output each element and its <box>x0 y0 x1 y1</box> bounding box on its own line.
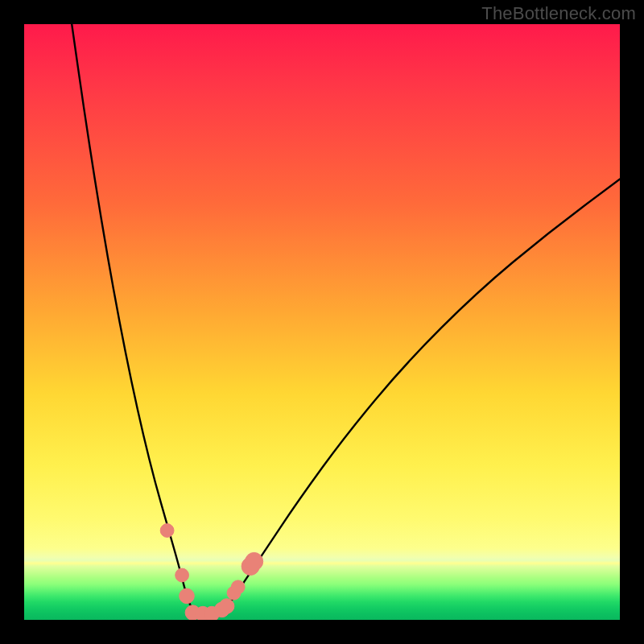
plot-area <box>24 24 620 620</box>
chart-frame: TheBottleneck.com <box>0 0 644 644</box>
bottleneck-curve <box>72 24 620 614</box>
data-marker <box>219 599 234 614</box>
data-marker <box>246 552 263 570</box>
curve-svg <box>24 24 620 620</box>
curve-path-group <box>72 24 620 614</box>
watermark-label: TheBottleneck.com <box>481 3 636 24</box>
data-marker <box>231 580 245 594</box>
data-marker <box>180 588 195 604</box>
curve-markers <box>160 524 263 620</box>
data-marker <box>160 524 174 538</box>
data-marker <box>175 568 189 582</box>
